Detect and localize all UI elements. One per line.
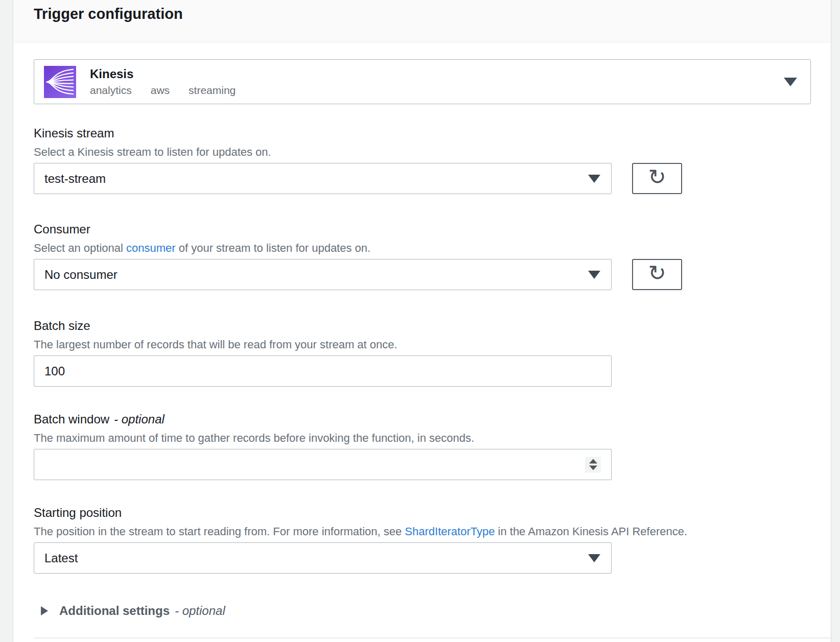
trigger-configuration-panel: Trigger configuration [13, 0, 831, 642]
stepper-up-icon[interactable] [589, 459, 597, 464]
kinesis-stream-field: Kinesis stream Select a Kinesis stream t… [34, 127, 811, 194]
trigger-source-select[interactable]: Kinesis analytics aws streaming [34, 59, 811, 104]
batch-size-input[interactable] [34, 355, 612, 387]
consumer-select[interactable]: No consumer [34, 259, 612, 290]
source-tag: streaming [189, 84, 236, 97]
refresh-icon: ↻ [648, 167, 666, 188]
page-title: Trigger configuration [13, 0, 831, 23]
consumer-description-text: of your stream to listen for updates on. [176, 242, 371, 254]
source-tags: analytics aws streaming [90, 84, 236, 97]
kinesis-icon [44, 66, 76, 98]
chevron-down-icon [588, 554, 600, 562]
chevron-down-icon [588, 271, 600, 279]
chevron-down-icon [588, 175, 600, 183]
starting-position-label: Starting position [34, 506, 811, 519]
consumer-link[interactable]: consumer [126, 242, 176, 254]
starting-position-field: Starting position The position in the st… [34, 506, 811, 574]
starting-position-select[interactable]: Latest [34, 542, 612, 574]
panel-header: Trigger configuration [13, 0, 831, 42]
consumer-label: Consumer [34, 223, 811, 236]
starting-position-select-value: Latest [44, 551, 78, 565]
batch-size-field: Batch size The largest number of records… [34, 319, 811, 387]
kinesis-stream-select-value: test-stream [44, 172, 106, 186]
expand-right-icon [41, 606, 48, 615]
refresh-consumers-button[interactable]: ↻ [632, 259, 682, 290]
source-info: Kinesis analytics aws streaming [90, 67, 236, 97]
kinesis-stream-label: Kinesis stream [34, 127, 811, 140]
consumer-select-value: No consumer [44, 268, 118, 282]
batch-size-description: The largest number of records that will … [34, 339, 811, 350]
source-tag: aws [151, 84, 170, 97]
batch-window-label: Batch window- optional [34, 413, 811, 426]
source-tag: analytics [90, 84, 132, 97]
kinesis-stream-select[interactable]: test-stream [34, 163, 612, 194]
stepper-down-icon[interactable] [589, 466, 597, 470]
additional-settings-expander[interactable]: Additional settings- optional [34, 604, 811, 617]
batch-window-label-text: Batch window [34, 412, 109, 426]
additional-settings-label-text: Additional settings [59, 604, 170, 617]
kinesis-stream-description: Select a Kinesis stream to listen for up… [34, 146, 811, 158]
consumer-field: Consumer Select an optional consumer of … [34, 223, 811, 290]
starting-position-description-text: in the Amazon Kinesis API Reference. [495, 525, 687, 538]
batch-window-field: Batch window- optional The maximum amoun… [34, 413, 811, 480]
refresh-streams-button[interactable]: ↻ [632, 163, 682, 194]
batch-window-input[interactable] [34, 449, 612, 480]
footer-divider [34, 637, 831, 638]
consumer-description: Select an optional consumer of your stre… [34, 242, 811, 254]
consumer-description-text: Select an optional [34, 242, 126, 254]
batch-window-description: The maximum amount of time to gather rec… [34, 432, 811, 444]
chevron-down-icon [784, 78, 797, 86]
refresh-icon: ↻ [648, 263, 666, 284]
source-title: Kinesis [90, 67, 236, 81]
additional-settings-optional-suffix: - optional [175, 604, 225, 617]
starting-position-description: The position in the stream to start read… [34, 526, 811, 537]
number-stepper [585, 457, 601, 472]
batch-window-optional-suffix: - optional [114, 412, 165, 426]
batch-size-label: Batch size [34, 319, 811, 332]
starting-position-description-text: The position in the stream to start read… [34, 525, 405, 538]
shard-iterator-type-link[interactable]: ShardIteratorType [405, 525, 495, 538]
additional-settings-label: Additional settings- optional [59, 604, 225, 617]
